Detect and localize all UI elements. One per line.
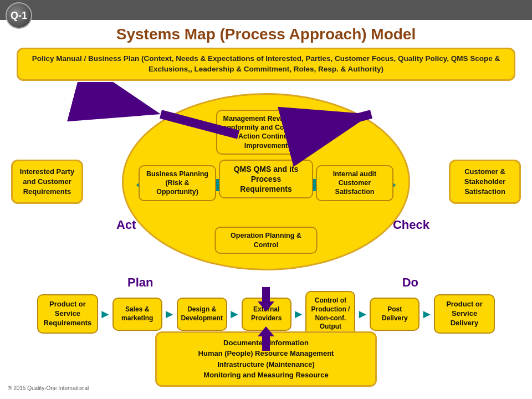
arrow-2: ►	[163, 307, 176, 321]
do-label: Do	[402, 275, 418, 290]
arrow-6: ►	[421, 307, 433, 321]
business-box: Business Planning (Risk & Opportunity)	[139, 165, 216, 201]
down-arrow	[262, 287, 270, 304]
arrow-4: ►	[293, 307, 305, 321]
check-label: Check	[393, 218, 429, 232]
logo: Q-1	[6, 2, 32, 29]
plan-label: Plan	[127, 275, 153, 290]
ellipse-container: Management Review Non-conformity and Cor…	[122, 93, 410, 270]
process-box-post: PostDelivery	[370, 298, 420, 331]
arrow-1: ►	[99, 307, 111, 321]
policy-box: Policy Manual / Business Plan (Context, …	[17, 48, 515, 81]
operation-box: Operation Planning & Control	[215, 227, 318, 254]
process-box-delivery: Product orServiceDelivery	[434, 294, 495, 334]
arrow-5: ►	[356, 307, 369, 321]
up-arrow	[262, 334, 270, 351]
management-box: Management Review Non-conformity and Cor…	[216, 110, 316, 155]
interested-party-box: Interested Party and Customer Requiremen…	[11, 160, 83, 204]
customer-satisfaction-box: Customer & Stakeholder Satisfaction	[449, 160, 521, 204]
process-box-sales: Sales &marketing	[112, 298, 162, 331]
process-box-control: Control ofProduction /Non-conf.Output	[305, 291, 355, 336]
process-box-requirements: Product orServiceRequirements	[37, 294, 98, 334]
page-title: Systems Map (Process Approach) Model	[0, 20, 532, 45]
process-box-design: Design &Development	[177, 298, 227, 331]
copyright: ® 2015 Quality-One International	[8, 385, 89, 391]
internal-audit-box: Internal audit Customer Satisfaction	[316, 165, 393, 201]
arrow-3: ►	[228, 307, 241, 321]
qms-box: QMS QMS and its Process Requirements	[219, 160, 313, 199]
act-label: Act	[116, 218, 136, 232]
main-area: Management Review Non-conformity and Cor…	[0, 82, 532, 392]
header-bar	[0, 0, 532, 20]
